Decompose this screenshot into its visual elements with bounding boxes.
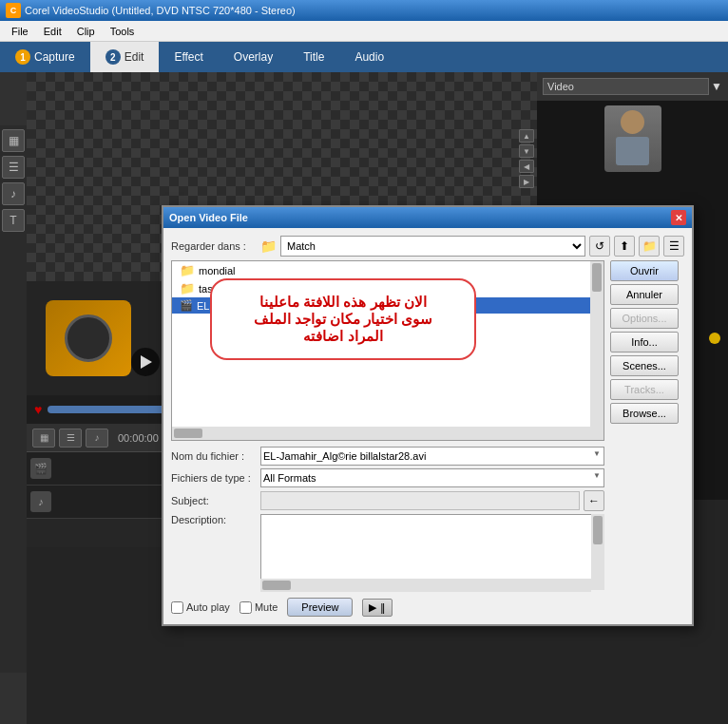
folder-icon-mondial: 📁 bbox=[180, 263, 195, 277]
tab-title[interactable]: Title bbox=[288, 42, 339, 72]
info-button[interactable]: Info... bbox=[610, 332, 679, 352]
browse-button[interactable]: Browse... bbox=[610, 403, 679, 424]
dialog-left-col: 📁 mondial 📁 tassfiat 🎬 EL-Jamahir_Alg©ri… bbox=[171, 260, 604, 617]
dialog-button-col: Ouvrir Annuler Options... Info... Scenes… bbox=[610, 260, 684, 617]
nav-up-button[interactable]: ⬆ bbox=[614, 236, 635, 257]
menu-tools[interactable]: Tools bbox=[103, 24, 143, 39]
tab-edit[interactable]: 2 Edit bbox=[90, 42, 160, 72]
cancel-button[interactable]: Annuler bbox=[610, 284, 679, 305]
arabic-popup-container: الان تظهر هذه اللافتة ماعلينا سوى اختيار… bbox=[210, 271, 476, 368]
scenes-button[interactable]: Scenes... bbox=[610, 355, 679, 376]
description-row: Description: bbox=[171, 514, 604, 592]
subject-input[interactable] bbox=[260, 491, 580, 510]
main-area: ▦ ☰ ♪ T Project Clip bbox=[0, 72, 728, 724]
location-select[interactable]: Match bbox=[280, 236, 585, 257]
dialog-close-button[interactable]: ✕ bbox=[671, 210, 686, 225]
filename-row: Nom du fichier : EL-Jamahir_Alg©rie bill… bbox=[171, 447, 604, 466]
dialog-titlebar: Open Video File ✕ bbox=[163, 207, 692, 228]
tab-overlay[interactable]: Overlay bbox=[219, 42, 288, 72]
arabic-popup: الان تظهر هذه اللافتة ماعلينا سوى اختيار… bbox=[210, 278, 476, 360]
description-wrap bbox=[260, 514, 604, 592]
subject-row: Subject: ← bbox=[171, 490, 604, 511]
dialog-content: Regarder dans : 📁 Match ↺ ⬆ 📁 ☰ bbox=[163, 228, 692, 624]
filetype-select-wrap: All Formats bbox=[260, 468, 604, 487]
folder-icon: 📁 bbox=[260, 238, 277, 254]
file-tree[interactable]: 📁 mondial 📁 tassfiat 🎬 EL-Jamahir_Alg©ri… bbox=[171, 260, 604, 441]
tab-effect[interactable]: Effect bbox=[159, 42, 218, 72]
subject-label: Subject: bbox=[171, 495, 257, 506]
description-label: Description: bbox=[171, 514, 257, 525]
play-bar-button[interactable]: ▶ ‖ bbox=[362, 599, 392, 617]
location-row: Regarder dans : 📁 Match ↺ ⬆ 📁 ☰ bbox=[171, 236, 684, 257]
tree-scrollbar-h[interactable] bbox=[172, 427, 590, 440]
filename-select[interactable]: EL-Jamahir_Alg©rie billalstar28.avi bbox=[260, 447, 604, 466]
filetype-row: Fichiers de type : All Formats bbox=[171, 468, 604, 487]
scroll-thumb-v[interactable] bbox=[592, 263, 602, 292]
filetype-label: Fichiers de type : bbox=[171, 472, 257, 484]
desc-scroll-thumb-h[interactable] bbox=[262, 581, 291, 590]
tab-num-2: 2 bbox=[105, 49, 121, 65]
filetype-select[interactable]: All Formats bbox=[260, 468, 604, 487]
arabic-text: الان تظهر هذه اللافتة ماعلينا سوى اختيار… bbox=[231, 294, 455, 345]
preview-button[interactable]: Preview bbox=[287, 598, 353, 617]
menu-edit[interactable]: Edit bbox=[36, 24, 69, 39]
desc-scrollbar-h[interactable] bbox=[260, 579, 591, 592]
autoplay-checkbox[interactable] bbox=[171, 601, 183, 614]
open-video-dialog: Open Video File ✕ Regarder dans : 📁 Matc… bbox=[162, 205, 694, 626]
subject-arrow-btn[interactable]: ← bbox=[584, 490, 604, 511]
mute-checkbox[interactable] bbox=[239, 601, 252, 614]
tab-capture[interactable]: 1 Capture bbox=[0, 42, 90, 72]
tab-num-1: 1 bbox=[15, 49, 30, 65]
menu-clip[interactable]: Clip bbox=[69, 24, 103, 39]
filename-label: Nom du fichier : bbox=[171, 450, 257, 462]
folder-icon-tassfiat: 📁 bbox=[180, 281, 195, 295]
tree-scrollbar-v[interactable] bbox=[590, 261, 603, 440]
file-icon-avi: 🎬 bbox=[180, 299, 193, 312]
options-button[interactable]: Options... bbox=[610, 308, 679, 329]
mute-checkbox-label[interactable]: Mute bbox=[239, 601, 278, 614]
desc-scroll-thumb-v[interactable] bbox=[593, 516, 603, 544]
autoplay-label: Auto play bbox=[186, 601, 230, 613]
app-title: Corel VideoStudio (Untitled, DVD NTSC 72… bbox=[25, 5, 296, 16]
location-label: Regarder dans : bbox=[171, 240, 257, 252]
filename-select-wrap: EL-Jamahir_Alg©rie billalstar28.avi bbox=[260, 447, 604, 466]
autoplay-checkbox-label[interactable]: Auto play bbox=[171, 601, 230, 614]
menubar: File Edit Clip Tools bbox=[0, 21, 728, 42]
titlebar: C Corel VideoStudio (Untitled, DVD NTSC … bbox=[0, 0, 728, 21]
nav-back-button[interactable]: ↺ bbox=[589, 236, 610, 257]
new-folder-button[interactable]: 📁 bbox=[639, 236, 660, 257]
dialog-overlay: Open Video File ✕ Regarder dans : 📁 Matc… bbox=[0, 72, 728, 724]
tracks-button[interactable]: Tracks... bbox=[610, 379, 679, 400]
bottom-controls-row: Auto play Mute Preview ▶ ‖ bbox=[171, 598, 604, 617]
open-button[interactable]: Ouvrir bbox=[610, 260, 679, 281]
dialog-title: Open Video File bbox=[169, 212, 248, 223]
view-toggle-button[interactable]: ☰ bbox=[663, 236, 684, 257]
tab-audio[interactable]: Audio bbox=[339, 42, 399, 72]
app-icon: C bbox=[6, 3, 21, 18]
menu-file[interactable]: File bbox=[4, 24, 36, 39]
mute-label: Mute bbox=[255, 601, 278, 613]
toolbar: 1 Capture 2 Edit Effect Overlay Title Au… bbox=[0, 42, 728, 72]
dialog-body: 📁 mondial 📁 tassfiat 🎬 EL-Jamahir_Alg©ri… bbox=[171, 260, 684, 617]
desc-scrollbar-v[interactable] bbox=[591, 514, 604, 590]
scroll-thumb-h[interactable] bbox=[174, 429, 202, 438]
